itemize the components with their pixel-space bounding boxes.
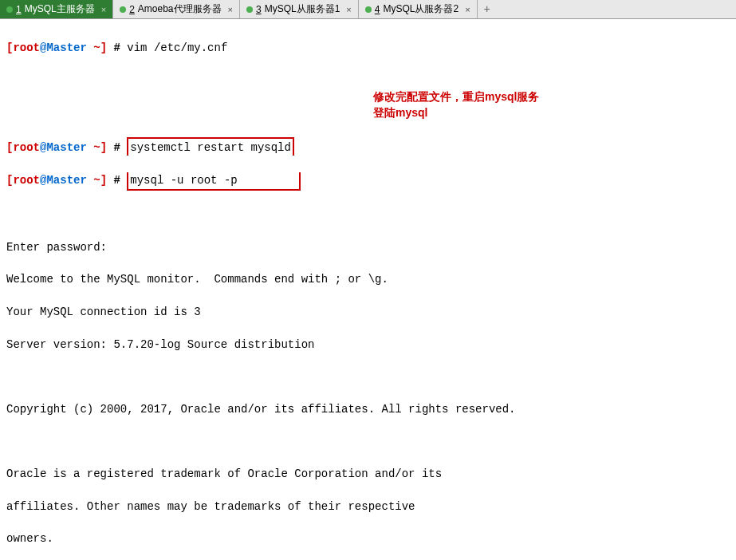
tab-mysql-slave1[interactable]: 3 MySQL从服务器1 × (240, 0, 359, 18)
tab-bar: 1 MySQL主服务器 × 2 Amoeba代理服务器 × 3 MySQL从服务… (0, 0, 736, 19)
close-icon[interactable]: × (346, 5, 351, 14)
output-line: Your MySQL connection id is 3 (6, 304, 730, 320)
output-line: Oracle is a registered trademark of Orac… (6, 466, 730, 482)
output-line (6, 433, 730, 449)
output-line: owners. (6, 530, 730, 546)
output-line: Welcome to the MySQL monitor. Commands e… (6, 271, 730, 287)
tab-index: 2 (129, 4, 135, 15)
output-line: Enter password: (6, 239, 730, 255)
tab-label: Amoeba代理服务器 (138, 2, 222, 16)
command-vim: vim /etc/my.cnf (127, 41, 227, 54)
tab-label: MySQL从服务器2 (383, 2, 459, 16)
highlight-box: systemctl restart mysqld (127, 137, 294, 156)
close-icon[interactable]: × (101, 5, 106, 14)
tab-label: MySQL从服务器1 (265, 2, 340, 16)
tab-index: 3 (256, 4, 262, 15)
status-dot-icon (6, 6, 13, 13)
add-tab-button[interactable]: + (478, 1, 497, 18)
highlight-box: mysql -u root -p (127, 172, 301, 191)
output-line: Copyright (c) 2000, 2017, Oracle and/or … (6, 401, 730, 417)
shell-line-2: [root@Master ~] # systemctl restart mysq… (6, 137, 730, 156)
command-mysql: mysql -u root -p (130, 174, 237, 187)
status-dot-icon (120, 6, 126, 13)
shell-line-3: [root@Master ~] # mysql -u root -p (6, 172, 730, 191)
shell-line-1: [root@Master ~] # vim /etc/my.cnf (6, 40, 730, 56)
command-restart: systemctl restart mysqld (130, 141, 291, 154)
terminal-output[interactable]: [root@Master ~] # vim /etc/my.cnf 修改完配置文… (0, 19, 736, 560)
status-dot-icon (365, 6, 372, 13)
close-icon[interactable]: × (465, 5, 470, 14)
output-line: Server version: 5.7.20-log Source distri… (6, 337, 730, 353)
tab-mysql-slave2[interactable]: 4 MySQL从服务器2 × (359, 0, 478, 18)
output-line: affiliates. Other names may be trademark… (6, 499, 730, 515)
tab-index: 1 (16, 4, 22, 15)
annotation-login: 登陆mysql (373, 105, 427, 120)
tab-index: 4 (375, 4, 380, 15)
close-icon[interactable]: × (228, 5, 233, 14)
tab-label: MySQL主服务器 (25, 2, 95, 16)
tab-mysql-master[interactable]: 1 MySQL主服务器 × (0, 0, 113, 18)
output-line (6, 369, 730, 385)
tab-amoeba[interactable]: 2 Amoeba代理服务器 × (113, 0, 240, 18)
annotation-restart: 修改完配置文件，重启mysql服务 (373, 89, 539, 105)
status-dot-icon (246, 6, 253, 13)
